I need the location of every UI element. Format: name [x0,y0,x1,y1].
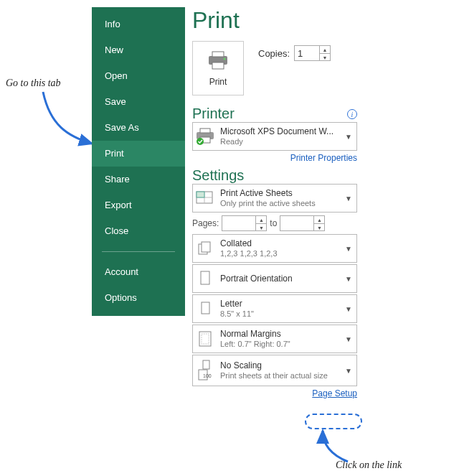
printer-ready-icon [194,126,216,147]
pages-to-label: to [270,218,277,228]
sidebar-item-close[interactable]: Close [92,218,185,244]
svg-rect-11 [197,192,204,197]
pages-to-value[interactable] [280,216,313,230]
chevron-down-icon[interactable]: ▼ [344,133,354,141]
svg-point-3 [224,57,226,60]
arrow-to-sidebar [29,79,100,151]
annotation-click-link: Click on the link [336,459,402,471]
copies-up[interactable]: ▲ [320,46,330,54]
copies-label: Copies: [258,48,290,59]
setting-collation[interactable]: Collated 1,2,3 1,2,3 1,2,3 ▼ [192,234,357,263]
printer-status: Ready [220,137,339,147]
pages-label: Pages: [192,218,219,228]
pages-to-spinner[interactable]: ▲▼ [280,215,325,231]
pages-from-value[interactable] [222,216,255,230]
svg-rect-15 [202,302,209,314]
svg-rect-16 [199,332,211,346]
setting-margins[interactable]: Normal Margins Left: 0.7" Right: 0.7" ▼ [192,325,357,353]
print-button-label: Print [209,77,227,87]
sidebar-item-account[interactable]: Account [92,259,185,285]
sidebar-item-print[interactable]: Print [92,141,185,167]
page-setup-link[interactable]: Page Setup [312,388,357,398]
svg-rect-2 [212,62,224,69]
copies-down[interactable]: ▼ [320,54,330,62]
pages-from-spinner[interactable]: ▲▼ [222,215,267,231]
setting-scaling-title: No Scaling [220,360,339,371]
svg-rect-13 [202,242,210,252]
svg-rect-14 [201,271,209,284]
setting-paper-title: Letter [220,299,339,309]
printer-name: Microsoft XPS Document W... [220,126,339,137]
setting-collation-desc: 1,2,3 1,2,3 1,2,3 [220,249,339,259]
pages-to-down[interactable]: ▼ [314,224,324,232]
sidebar-item-new[interactable]: New [92,37,185,63]
sidebar-item-export[interactable]: Export [92,192,185,218]
chevron-down-icon[interactable]: ▼ [344,367,354,375]
collated-icon [194,238,216,259]
printer-icon [206,50,230,73]
setting-paper-size[interactable]: Letter 8.5" x 11" ▼ [192,294,357,323]
svg-rect-1 [212,52,224,57]
chevron-down-icon[interactable]: ▼ [344,305,354,313]
scaling-icon: 100 [194,360,216,381]
sidebar-divider [102,251,175,252]
setting-print-area-desc: Only print the active sheets [220,199,339,209]
margins-icon [194,328,216,350]
info-icon[interactable]: i [347,109,357,119]
setting-print-area-title: Print Active Sheets [220,188,339,199]
setting-margins-desc: Left: 0.7" Right: 0.7" [220,340,339,350]
pages-to-up[interactable]: ▲ [314,216,324,224]
printer-section-header: Printer [192,106,235,122]
sidebar-item-open[interactable]: Open [92,63,185,89]
chevron-down-icon[interactable]: ▼ [344,275,354,283]
setting-orientation-title: Portrait Orientation [220,274,339,284]
svg-point-7 [197,138,204,145]
sidebar-item-save[interactable]: Save [92,89,185,115]
sidebar-item-share[interactable]: Share [92,167,185,192]
printer-picker[interactable]: Microsoft XPS Document W... Ready ▼ [192,122,357,151]
setting-margins-title: Normal Margins [220,329,339,340]
sidebar-item-saveas[interactable]: Save As [92,115,185,141]
sidebar-item-options[interactable]: Options [92,285,185,311]
portrait-icon [194,268,216,289]
settings-section-header: Settings [192,167,357,184]
svg-rect-5 [200,129,210,133]
page-title: Print [192,7,357,34]
setting-collation-title: Collated [220,238,339,249]
printer-properties-link[interactable]: Printer Properties [290,153,357,163]
backstage-sidebar: Info New Open Save Save As Print Share E… [92,7,185,316]
print-panel: Print Print Copies: 1 ▲ [192,7,357,403]
chevron-down-icon[interactable]: ▼ [344,195,354,202]
pages-from-down[interactable]: ▼ [256,224,266,232]
sheets-icon [194,187,216,209]
annotation-goto-tab: Go to this tab [6,78,61,89]
chevron-down-icon[interactable]: ▼ [344,335,354,343]
svg-rect-18 [203,360,209,369]
annotation-highlight [305,414,362,429]
setting-paper-desc: 8.5" x 11" [220,309,339,319]
copies-spinner[interactable]: 1 ▲ ▼ [294,45,331,61]
setting-scaling[interactable]: 100 No Scaling Print sheets at their act… [192,355,357,386]
setting-scaling-desc: Print sheets at their actual size [220,371,339,381]
pages-from-up[interactable]: ▲ [256,216,266,224]
svg-text:100: 100 [203,373,212,378]
setting-print-area[interactable]: Print Active Sheets Only print the activ… [192,184,357,213]
sidebar-item-info[interactable]: Info [92,11,185,37]
paper-icon [194,298,216,319]
print-button[interactable]: Print [192,41,244,95]
copies-value[interactable]: 1 [295,46,319,60]
setting-orientation[interactable]: Portrait Orientation ▼ [192,264,357,293]
chevron-down-icon[interactable]: ▼ [344,245,354,253]
